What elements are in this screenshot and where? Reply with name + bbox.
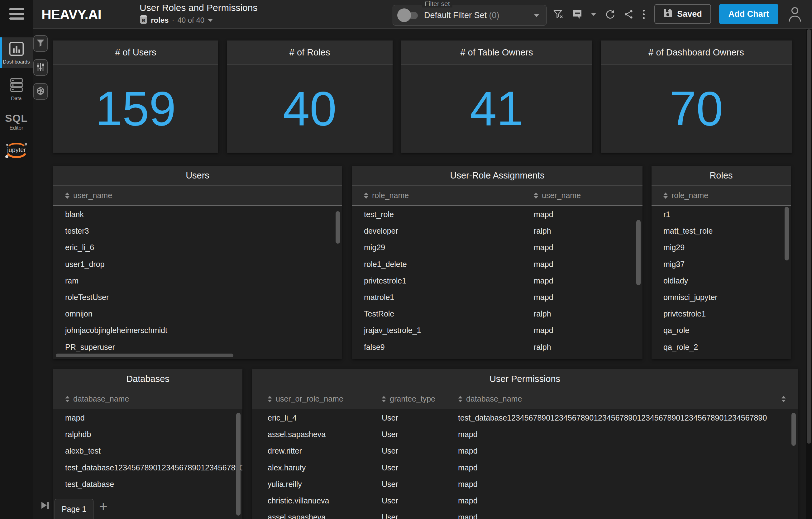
user-account-icon[interactable]: [787, 6, 803, 24]
add-chart-button[interactable]: Add Chart: [719, 4, 778, 24]
table-row[interactable]: ram: [53, 272, 342, 289]
add-page-button[interactable]: +: [99, 498, 108, 515]
sort-icon[interactable]: [534, 193, 538, 199]
column-header-database-name[interactable]: database_name: [458, 394, 522, 403]
table-row[interactable]: mig29: [651, 239, 791, 256]
table-row[interactable]: assel.sapasheva User mapd: [252, 509, 798, 519]
sort-icon[interactable]: [364, 193, 368, 199]
table-row[interactable]: test_database: [53, 476, 242, 492]
table-row[interactable]: TestRoleralph: [352, 306, 642, 322]
kpi-row: # of Users 159 # of Roles 40 # of Table …: [53, 40, 792, 153]
column-header-role-name[interactable]: role_name: [364, 191, 409, 200]
column-header-user-or-role-name[interactable]: user_or_role_name: [268, 394, 343, 403]
table-row[interactable]: PR_superuser: [53, 339, 342, 355]
column-header-database-name[interactable]: database_name: [65, 394, 129, 403]
table-row[interactable]: assel.sapasheva User mapd: [252, 426, 798, 443]
table-row[interactable]: test_rolemapd: [352, 206, 642, 223]
sidebar-item-label: Data: [0, 96, 33, 102]
filter-tool-button[interactable]: [33, 35, 48, 52]
refresh-icon[interactable]: [604, 9, 615, 20]
table-title: Users: [53, 166, 342, 186]
vertical-scrollbar[interactable]: [236, 413, 240, 516]
column-header-user-name[interactable]: user_name: [65, 191, 112, 200]
chevron-down-icon[interactable]: [534, 14, 539, 17]
table-row[interactable]: user1_drop: [53, 256, 342, 272]
filter-set-toggle[interactable]: [398, 10, 418, 20]
column-header-role-name[interactable]: role_name: [663, 191, 708, 200]
column-header-grantee-type[interactable]: grantee_type: [382, 394, 435, 403]
vertical-scrollbar[interactable]: [785, 207, 789, 260]
share-icon[interactable]: [624, 9, 634, 20]
column-label: grantee_type: [390, 394, 435, 403]
table-row[interactable]: oldlady: [651, 272, 791, 289]
table-body: test_rolemapd developerralph mig29mapd r…: [352, 206, 642, 359]
kpi-value: 41: [401, 65, 592, 153]
table-row[interactable]: qa_role_2: [651, 339, 791, 355]
table-row[interactable]: privtestrole1mapd: [352, 272, 642, 289]
table-row[interactable]: alexb_test: [53, 443, 242, 459]
dashboard-source[interactable]: B roles · 40 of 40: [140, 15, 213, 26]
clear-filters-icon[interactable]: [552, 9, 564, 20]
page-scrollbar-thumb[interactable]: [807, 29, 811, 443]
roles-table-card: Roles role_name r1matt_test_rolemig29mig…: [651, 166, 791, 359]
vertical-scrollbar[interactable]: [636, 220, 641, 285]
table-row[interactable]: matt_test_role: [651, 223, 791, 239]
table-row[interactable]: role1_deletemapd: [352, 256, 642, 272]
save-icon: [663, 8, 673, 20]
table-row[interactable]: eric_li_6: [53, 239, 342, 256]
table-row[interactable]: drew.ritter User mapd: [252, 443, 798, 459]
table-row[interactable]: blank: [53, 206, 342, 223]
table-row[interactable]: omnisci_jupyter: [651, 289, 791, 306]
hamburger-menu-icon[interactable]: [9, 8, 24, 22]
vertical-scrollbar[interactable]: [336, 211, 340, 243]
source-table-name: roles: [151, 16, 169, 25]
sort-icon[interactable]: [268, 396, 272, 402]
sidebar-item-data[interactable]: Data: [0, 76, 33, 104]
table-row[interactable]: yulia.reilly User mapd: [252, 476, 798, 492]
sort-icon[interactable]: [781, 396, 786, 402]
comments-icon[interactable]: [572, 9, 583, 20]
table-row[interactable]: mig37: [651, 256, 791, 272]
horizontal-scrollbar[interactable]: [56, 353, 233, 357]
page-tab[interactable]: Page 1: [55, 499, 93, 519]
sidebar-item-jupyter[interactable]: jupyter: [0, 142, 33, 164]
table-row[interactable]: roleTestUser: [53, 289, 342, 306]
table-row[interactable]: omnijon: [53, 306, 342, 322]
settings-tool-button[interactable]: [33, 59, 48, 76]
chevron-down-icon[interactable]: [207, 19, 213, 22]
table-row[interactable]: qa_role: [651, 322, 791, 339]
table-row[interactable]: eric_li_4 User test_database123456789012…: [252, 410, 798, 426]
sort-icon[interactable]: [65, 396, 69, 402]
table-row[interactable]: ralphdb: [53, 426, 242, 443]
table-body: blanktester3eric_li_6user1_dropramroleTe…: [53, 206, 342, 359]
table-row[interactable]: mig29mapd: [352, 239, 642, 256]
skip-to-last-page-icon[interactable]: [39, 500, 51, 512]
column-header-user-name[interactable]: user_name: [534, 191, 581, 200]
table-row[interactable]: privtestrole1: [651, 306, 791, 322]
table-row[interactable]: johnjacobjingleheimerschmidt: [53, 322, 342, 339]
kebab-menu-icon[interactable]: [642, 9, 645, 20]
table-row[interactable]: mapd: [53, 410, 242, 426]
sidebar-item-sql-editor[interactable]: SQL Editor: [0, 112, 33, 137]
chevron-down-icon[interactable]: [591, 13, 596, 16]
vertical-scrollbar[interactable]: [791, 413, 796, 446]
save-button[interactable]: Saved: [654, 4, 711, 24]
sort-icon[interactable]: [663, 193, 668, 199]
sort-icon[interactable]: [458, 396, 462, 402]
sidebar-item-dashboards[interactable]: Dashboards: [0, 37, 33, 68]
page-scrollbar-track[interactable]: [806, 29, 812, 519]
filter-set-dropdown[interactable]: Default Filter Set (0): [393, 5, 547, 26]
filter-set-label: Filter set: [422, 0, 453, 7]
table-row[interactable]: alex.haruty User mapd: [252, 460, 798, 476]
table-row[interactable]: tester3: [53, 223, 342, 239]
table-row[interactable]: christie.villanueva User mapd: [252, 492, 798, 509]
theme-tool-button[interactable]: [33, 83, 48, 100]
table-row[interactable]: jrajav_testrole_1mapd: [352, 322, 642, 339]
table-row[interactable]: matrole1mapd: [352, 289, 642, 306]
table-row[interactable]: r1: [651, 206, 791, 223]
table-row[interactable]: test_database123456789012345678901234567…: [53, 460, 242, 476]
sort-icon[interactable]: [382, 396, 386, 402]
sort-icon[interactable]: [65, 193, 69, 199]
table-row[interactable]: false9ralph: [352, 339, 642, 355]
table-row[interactable]: developerralph: [352, 223, 642, 239]
